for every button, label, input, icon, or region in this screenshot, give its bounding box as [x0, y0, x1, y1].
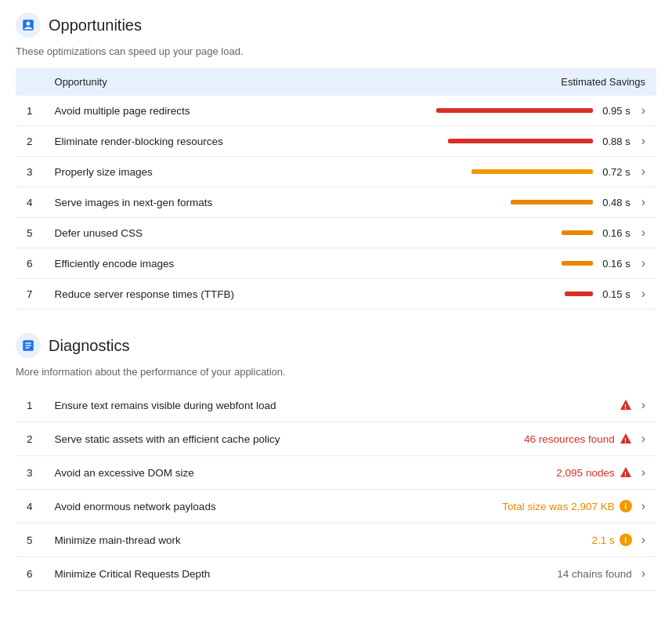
savings-time: 0.88 s	[599, 136, 630, 147]
info-icon: i	[620, 500, 632, 512]
table-header-row: Opportunity Estimated Savings	[16, 68, 656, 96]
savings-bar	[436, 108, 593, 113]
savings-bar	[471, 169, 593, 174]
expand-chevron[interactable]: ›	[641, 432, 645, 446]
diag-row[interactable]: 6 Minimize Critical Requests Depth 14 ch…	[16, 557, 656, 591]
opportunities-icon	[16, 13, 41, 38]
diag-right-cell: ! ›	[411, 389, 656, 422]
opp-row[interactable]: 4 Serve images in next-gen formats 0.48 …	[16, 187, 656, 218]
savings-cell: 0.48 s ›	[329, 187, 656, 218]
savings-cell: 0.15 s ›	[329, 279, 656, 310]
row-number: 2	[16, 422, 44, 456]
savings-bar	[562, 230, 593, 235]
savings-time: 0.15 s	[599, 288, 630, 300]
row-number: 4	[16, 187, 44, 218]
diag-right-cell: 46 resources found ! ›	[411, 422, 656, 456]
opp-label: Reduce server response times (TTFB)	[44, 279, 330, 310]
savings-time: 0.72 s	[599, 166, 630, 178]
diag-right-cell: 14 chains found ›	[411, 557, 656, 591]
row-number: 2	[16, 126, 44, 157]
savings-bar	[511, 200, 593, 205]
expand-chevron[interactable]: ›	[641, 103, 645, 118]
expand-chevron[interactable]: ›	[641, 567, 645, 581]
savings-bar	[448, 139, 593, 143]
svg-text:!: !	[624, 436, 627, 444]
diag-row[interactable]: 2 Serve static assets with an efficient …	[16, 422, 656, 456]
opportunities-title: Opportunities	[49, 16, 142, 34]
row-number: 3	[16, 456, 44, 490]
diagnostics-icon	[16, 333, 41, 358]
expand-chevron[interactable]: ›	[641, 533, 645, 547]
expand-chevron[interactable]: ›	[641, 499, 645, 513]
diagnostics-title: Diagnostics	[49, 337, 129, 355]
row-number: 1	[16, 96, 44, 126]
row-number: 1	[16, 389, 44, 422]
diag-row[interactable]: 3 Avoid an excessive DOM size 2,095 node…	[16, 456, 656, 490]
info-icon: i	[620, 534, 632, 546]
diag-label: Minimize main-thread work	[44, 523, 411, 557]
warning-icon: !	[620, 433, 632, 445]
warning-icon: !	[620, 399, 632, 411]
expand-chevron[interactable]: ›	[641, 287, 645, 301]
diag-value: Total size was 2,907 KB	[502, 501, 614, 512]
expand-chevron[interactable]: ›	[641, 195, 645, 209]
diag-label: Serve static assets with an efficient ca…	[44, 422, 411, 456]
expand-chevron[interactable]: ›	[641, 398, 645, 412]
svg-text:!: !	[624, 470, 627, 478]
savings-bar	[565, 291, 593, 296]
diag-right-cell: 2.1 s i ›	[411, 523, 656, 557]
savings-cell: 0.88 s ›	[329, 126, 656, 157]
col-savings: Estimated Savings	[329, 68, 656, 96]
diag-label: Minimize Critical Requests Depth	[44, 557, 411, 591]
expand-chevron[interactable]: ›	[641, 465, 645, 480]
savings-cell: 0.16 s ›	[329, 218, 656, 248]
row-number: 3	[16, 157, 44, 187]
opportunities-subtitle: These optimizations can speed up your pa…	[16, 45, 656, 57]
opp-row[interactable]: 6 Efficiently encode images 0.16 s ›	[16, 248, 656, 279]
savings-cell: 0.95 s ›	[329, 96, 656, 126]
opp-row[interactable]: 5 Defer unused CSS 0.16 s ›	[16, 218, 656, 248]
col-num	[16, 68, 44, 96]
diag-row[interactable]: 5 Minimize main-thread work 2.1 s i ›	[16, 523, 656, 557]
opportunities-table: Opportunity Estimated Savings 1 Avoid mu…	[16, 68, 656, 310]
opp-label: Properly size images	[44, 157, 330, 187]
row-number: 5	[16, 523, 44, 557]
expand-chevron[interactable]: ›	[641, 226, 645, 240]
diag-label: Ensure text remains visible during webfo…	[44, 389, 411, 422]
opp-label: Eliminate render-blocking resources	[44, 126, 330, 157]
opp-row[interactable]: 2 Eliminate render-blocking resources 0.…	[16, 126, 656, 157]
opp-label: Avoid multiple page redirects	[44, 96, 330, 126]
expand-chevron[interactable]: ›	[641, 165, 645, 179]
diag-right-cell: Total size was 2,907 KB i ›	[411, 490, 656, 523]
diag-right-cell: 2,095 nodes ! ›	[411, 456, 656, 490]
diag-row[interactable]: 1 Ensure text remains visible during web…	[16, 389, 656, 422]
row-number: 4	[16, 490, 44, 523]
opp-row[interactable]: 7 Reduce server response times (TTFB) 0.…	[16, 279, 656, 310]
col-opportunity: Opportunity	[44, 68, 330, 96]
row-number: 7	[16, 279, 44, 310]
row-number: 5	[16, 218, 44, 248]
savings-cell: 0.16 s ›	[329, 248, 656, 279]
opportunities-header: Opportunities	[16, 13, 656, 38]
savings-time: 0.48 s	[599, 197, 630, 208]
opp-row[interactable]: 1 Avoid multiple page redirects 0.95 s ›	[16, 96, 656, 126]
savings-time: 0.16 s	[599, 227, 630, 239]
opp-label: Defer unused CSS	[44, 218, 330, 248]
diagnostics-subtitle: More information about the performance o…	[16, 366, 656, 378]
diag-value: 2,095 nodes	[556, 467, 614, 479]
row-number: 6	[16, 557, 44, 591]
savings-bar	[562, 261, 593, 266]
diag-value: 46 resources found	[524, 433, 615, 445]
diag-row[interactable]: 4 Avoid enormous network payloads Total …	[16, 490, 656, 523]
diag-label: Avoid enormous network payloads	[44, 490, 411, 523]
diagnostics-header: Diagnostics	[16, 333, 656, 358]
svg-text:!: !	[624, 403, 627, 411]
row-number: 6	[16, 248, 44, 279]
expand-chevron[interactable]: ›	[641, 134, 645, 148]
diag-value: 14 chains found	[557, 568, 631, 580]
opp-label: Serve images in next-gen formats	[44, 187, 330, 218]
opp-row[interactable]: 3 Properly size images 0.72 s ›	[16, 157, 656, 187]
diagnostics-table: 1 Ensure text remains visible during web…	[16, 389, 656, 591]
expand-chevron[interactable]: ›	[641, 256, 645, 270]
savings-time: 0.16 s	[599, 258, 630, 270]
